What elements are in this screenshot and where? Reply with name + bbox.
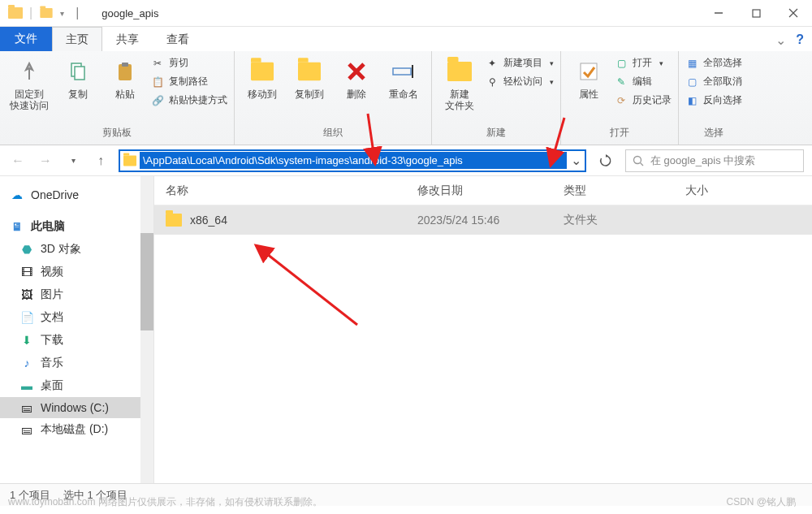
- column-headers[interactable]: 名称 修改日期 类型 大小: [154, 176, 812, 205]
- qat-divider: |: [29, 6, 32, 20]
- col-date[interactable]: 修改日期: [417, 184, 564, 198]
- close-button[interactable]: [775, 0, 812, 26]
- qat-dropdown-icon[interactable]: ▾: [60, 9, 64, 18]
- ribbon-collapse-icon[interactable]: ⌄: [775, 32, 786, 48]
- copyto-icon: [296, 58, 323, 85]
- document-icon: 📄: [19, 311, 34, 324]
- easyaccess-button[interactable]: ⚲轻松访问▾: [486, 75, 554, 89]
- sidebar-documents[interactable]: 📄文档: [0, 306, 153, 329]
- sidebar-3dobjects[interactable]: ⬣3D 对象: [0, 238, 153, 261]
- sidebar-onedrive[interactable]: ☁ OneDrive: [0, 184, 153, 205]
- up-button[interactable]: ↑: [91, 151, 110, 171]
- open-icon: ▢: [615, 57, 628, 70]
- edit-button[interactable]: ✎编辑: [615, 75, 672, 89]
- back-button[interactable]: ←: [8, 151, 28, 171]
- copy-button[interactable]: 复制: [57, 54, 99, 103]
- group-new: 新建 文件夹 ✦新建项目▾ ⚲轻松访问▾ 新建: [432, 51, 561, 145]
- address-dropdown-icon[interactable]: ⌄: [567, 153, 585, 168]
- newfolder-button[interactable]: 新建 文件夹: [438, 54, 481, 115]
- refresh-button[interactable]: [594, 149, 617, 172]
- search-box[interactable]: 在 google_apis 中搜索: [625, 149, 804, 172]
- group-select: ▦全部选择 ▢全部取消 ◧反向选择 选择: [679, 51, 749, 145]
- col-name[interactable]: 名称: [166, 184, 417, 198]
- moveto-icon: [248, 58, 276, 85]
- window-title: google_apis: [102, 7, 158, 19]
- paste-button[interactable]: 粘贴: [104, 54, 146, 103]
- history-button[interactable]: ⟳历史记录: [615, 93, 672, 107]
- properties-icon: [575, 58, 603, 85]
- copyto-button[interactable]: 复制到: [288, 54, 330, 103]
- sidebar-music[interactable]: ♪音乐: [0, 352, 153, 374]
- sidebar-scrollbar[interactable]: [140, 176, 153, 483]
- sidebar-desktop[interactable]: ▬桌面: [0, 374, 153, 397]
- pasteshortcut-button[interactable]: 🔗粘贴快捷方式: [151, 93, 227, 107]
- qat-folder-icon: [41, 8, 53, 18]
- invert-button[interactable]: ◧反向选择: [685, 93, 742, 107]
- sidebar-drive-c[interactable]: 🖴Windows (C:): [0, 397, 153, 418]
- file-name: x86_64: [190, 214, 227, 227]
- svg-line-14: [641, 162, 644, 166]
- shortcut-icon: 🔗: [151, 94, 164, 107]
- ribbon: 固定到 快速访问 复制 粘贴 ✂剪切 📋复制路径 🔗粘贴快捷方式 剪贴板 移动到: [0, 51, 812, 145]
- navbar: ← → ▾ ↑ \AppData\Local\Android\Sdk\syste…: [0, 145, 812, 176]
- explorer-body: ☁ OneDrive 🖥 此电脑 ⬣3D 对象 🎞视频 🖼图片 📄文档 ⬇下载 …: [0, 176, 812, 483]
- minimize-button[interactable]: [700, 0, 737, 26]
- pin-quickaccess-button[interactable]: 固定到 快速访问: [6, 54, 52, 115]
- address-bar[interactable]: \AppData\Local\Android\Sdk\system-images…: [119, 149, 586, 172]
- sidebar-downloads[interactable]: ⬇下载: [0, 329, 153, 352]
- delete-button[interactable]: 删除: [335, 54, 378, 103]
- col-size[interactable]: 大小: [685, 184, 812, 198]
- music-icon: ♪: [19, 356, 34, 369]
- sidebar-pictures[interactable]: 🖼图片: [0, 283, 153, 306]
- group-organize: 移动到 复制到 删除 重命名 组织: [235, 51, 432, 145]
- tab-share[interactable]: 共享: [102, 27, 153, 51]
- help-icon[interactable]: ?: [796, 32, 804, 48]
- delete-icon: [343, 58, 370, 85]
- newfolder-icon: [446, 58, 473, 85]
- sidebar-videos[interactable]: 🎞视频: [0, 261, 153, 283]
- edit-icon: ✎: [615, 76, 628, 89]
- picture-icon: 🖼: [19, 288, 34, 301]
- col-type[interactable]: 类型: [564, 184, 685, 198]
- tab-view[interactable]: 查看: [153, 27, 203, 51]
- selectnone-button[interactable]: ▢全部取消: [685, 75, 742, 89]
- file-type: 文件夹: [564, 213, 685, 227]
- rename-button[interactable]: 重命名: [382, 54, 425, 103]
- file-row[interactable]: x86_64 2023/5/24 15:46 文件夹: [154, 205, 812, 235]
- tab-file[interactable]: 文件: [0, 27, 52, 51]
- maximize-button[interactable]: [737, 0, 775, 26]
- newitem-button[interactable]: ✦新建项目▾: [486, 56, 554, 70]
- group-open-label: 打开: [568, 123, 672, 145]
- selectnone-icon: ▢: [685, 76, 698, 89]
- svg-rect-5: [75, 67, 84, 80]
- file-date: 2023/5/24 15:46: [417, 214, 564, 227]
- copypath-icon: 📋: [151, 76, 164, 89]
- sidebar: ☁ OneDrive 🖥 此电脑 ⬣3D 对象 🎞视频 🖼图片 📄文档 ⬇下载 …: [0, 176, 154, 483]
- moveto-button[interactable]: 移动到: [241, 54, 283, 103]
- titlebar: | ▾ | google_apis: [0, 0, 812, 27]
- sidebar-thispc[interactable]: 🖥 此电脑: [0, 215, 153, 238]
- copy-icon: [64, 58, 92, 85]
- group-select-label: 选择: [685, 123, 742, 145]
- cut-button[interactable]: ✂剪切: [151, 56, 227, 70]
- group-organize-label: 组织: [241, 123, 425, 145]
- watermark-left: www.toymoban.com 网络图片仅供展示，非存储，如有侵权请联系删除。: [8, 495, 322, 509]
- open-button[interactable]: ▢打开▾: [615, 56, 672, 70]
- sidebar-drive-d[interactable]: 🖴本地磁盘 (D:): [0, 418, 153, 441]
- forward-button[interactable]: →: [36, 151, 55, 171]
- tab-home[interactable]: 主页: [52, 27, 102, 51]
- properties-button[interactable]: 属性: [568, 54, 610, 103]
- pc-icon: 🖥: [10, 220, 24, 233]
- recent-dropdown[interactable]: ▾: [63, 151, 83, 171]
- paste-icon: [111, 58, 139, 85]
- selectall-button[interactable]: ▦全部选择: [685, 56, 742, 70]
- svg-rect-10: [393, 68, 411, 75]
- copypath-button[interactable]: 📋复制路径: [151, 75, 227, 89]
- selectall-icon: ▦: [685, 57, 698, 70]
- folder-icon: [8, 7, 23, 19]
- easyaccess-icon: ⚲: [486, 76, 499, 89]
- address-text[interactable]: \AppData\Local\Android\Sdk\system-images…: [140, 152, 567, 169]
- scissors-icon: ✂: [151, 57, 164, 70]
- history-icon: ⟳: [615, 94, 628, 107]
- address-folder-icon: [120, 154, 140, 167]
